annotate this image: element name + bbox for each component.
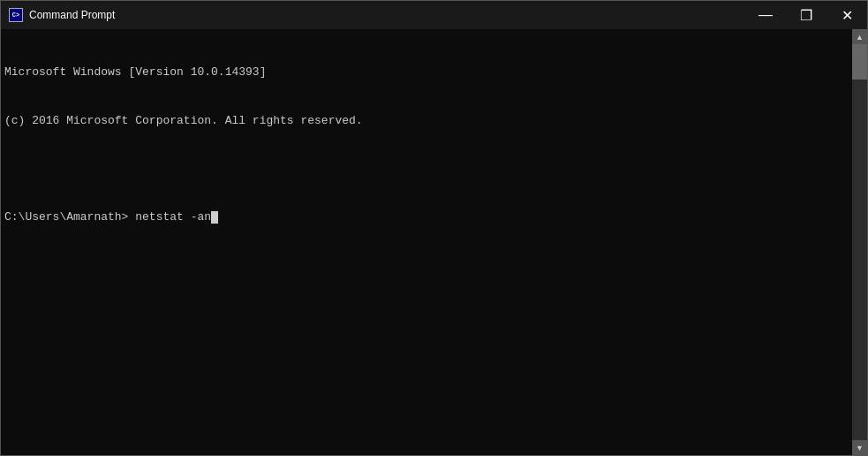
scrollbar-up-arrow[interactable]: ▲ — [852, 29, 867, 44]
terminal-content: Microsoft Windows [Version 10.0.14393] (… — [1, 29, 867, 455]
title-bar: Command Prompt — ❐ ✕ — [1, 1, 867, 29]
terminal-line-2: (c) 2016 Microsoft Corporation. All righ… — [4, 113, 864, 129]
maximize-button[interactable]: ❐ — [786, 1, 826, 29]
terminal-line-3 — [4, 162, 864, 178]
scrollbar[interactable]: ▲ ▼ — [852, 29, 867, 455]
close-button[interactable]: ✕ — [826, 1, 867, 29]
terminal-line-4: C:\Users\Amarnath> netstat -an — [4, 209, 864, 225]
title-bar-left: Command Prompt — [8, 7, 115, 23]
scrollbar-thumb[interactable] — [852, 44, 867, 80]
cmd-app-icon — [8, 7, 24, 23]
minimize-button[interactable]: — — [745, 1, 786, 29]
title-bar-controls: — ❐ ✕ — [745, 1, 867, 29]
scrollbar-track[interactable] — [852, 44, 867, 440]
scrollbar-down-arrow[interactable]: ▼ — [852, 440, 867, 455]
window-title: Command Prompt — [29, 9, 115, 21]
command-prompt-window: Command Prompt — ❐ ✕ Microsoft Windows [… — [0, 0, 868, 456]
terminal-cursor — [211, 211, 218, 224]
terminal-body[interactable]: Microsoft Windows [Version 10.0.14393] (… — [1, 29, 867, 455]
terminal-line-1: Microsoft Windows [Version 10.0.14393] — [4, 65, 864, 80]
